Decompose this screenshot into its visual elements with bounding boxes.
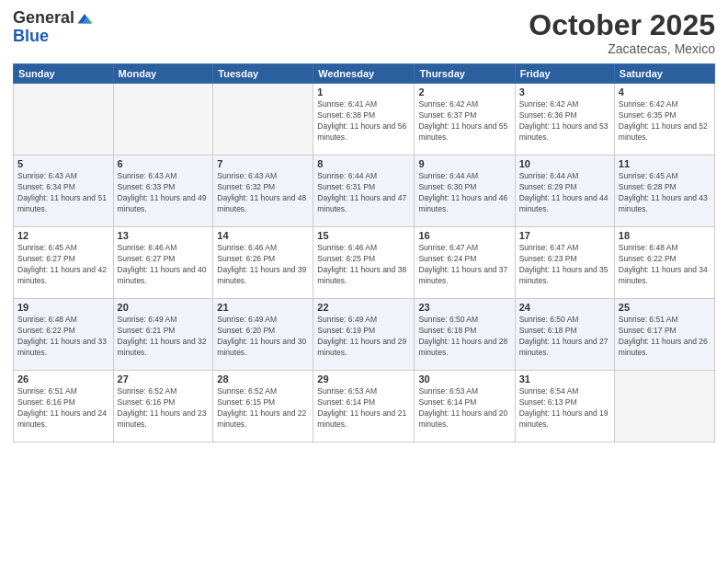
day-info: Sunrise: 6:45 AM Sunset: 6:28 PM Dayligh… [619, 171, 711, 215]
table-row: 13Sunrise: 6:46 AM Sunset: 6:27 PM Dayli… [113, 227, 213, 299]
day-info: Sunrise: 6:47 AM Sunset: 6:23 PM Dayligh… [519, 243, 610, 287]
table-row [113, 84, 213, 155]
table-row: 11Sunrise: 6:45 AM Sunset: 6:28 PM Dayli… [614, 155, 714, 227]
col-thursday: Thursday [415, 64, 515, 84]
table-row: 8Sunrise: 6:44 AM Sunset: 6:31 PM Daylig… [313, 155, 415, 227]
day-number: 11 [619, 158, 711, 169]
day-info: Sunrise: 6:41 AM Sunset: 6:38 PM Dayligh… [317, 99, 410, 144]
logo-general-text: General [13, 9, 74, 28]
calendar-week-row: 26Sunrise: 6:51 AM Sunset: 6:16 PM Dayli… [14, 371, 715, 442]
header: General Blue October 2025 Zacatecas, Mex… [13, 9, 715, 56]
table-row [14, 84, 114, 155]
table-row: 18Sunrise: 6:48 AM Sunset: 6:22 PM Dayli… [614, 227, 714, 299]
day-info: Sunrise: 6:42 AM Sunset: 6:35 PM Dayligh… [619, 99, 711, 144]
table-row [614, 371, 714, 442]
day-info: Sunrise: 6:44 AM Sunset: 6:30 PM Dayligh… [418, 171, 510, 215]
table-row: 22Sunrise: 6:49 AM Sunset: 6:19 PM Dayli… [313, 299, 415, 371]
table-row: 28Sunrise: 6:52 AM Sunset: 6:15 PM Dayli… [213, 371, 313, 442]
table-row: 9Sunrise: 6:44 AM Sunset: 6:30 PM Daylig… [415, 155, 515, 227]
day-info: Sunrise: 6:51 AM Sunset: 6:17 PM Dayligh… [619, 315, 711, 359]
table-row: 15Sunrise: 6:46 AM Sunset: 6:25 PM Dayli… [313, 227, 415, 299]
table-row: 14Sunrise: 6:46 AM Sunset: 6:26 PM Dayli… [213, 227, 313, 299]
day-number: 10 [519, 158, 610, 169]
table-row: 3Sunrise: 6:42 AM Sunset: 6:36 PM Daylig… [515, 84, 614, 155]
table-row: 17Sunrise: 6:47 AM Sunset: 6:23 PM Dayli… [515, 227, 614, 299]
day-info: Sunrise: 6:46 AM Sunset: 6:26 PM Dayligh… [217, 243, 309, 287]
table-row: 24Sunrise: 6:50 AM Sunset: 6:18 PM Dayli… [515, 299, 614, 371]
table-row [213, 84, 313, 155]
day-info: Sunrise: 6:51 AM Sunset: 6:16 PM Dayligh… [17, 386, 109, 431]
day-info: Sunrise: 6:46 AM Sunset: 6:27 PM Dayligh… [118, 243, 210, 287]
col-friday: Friday [515, 64, 614, 84]
day-info: Sunrise: 6:48 AM Sunset: 6:22 PM Dayligh… [619, 243, 711, 287]
day-number: 7 [217, 158, 309, 169]
day-number: 31 [519, 373, 610, 385]
col-monday: Monday [113, 64, 213, 84]
col-wednesday: Wednesday [313, 64, 415, 84]
page: General Blue October 2025 Zacatecas, Mex… [0, 0, 728, 563]
table-row: 12Sunrise: 6:45 AM Sunset: 6:27 PM Dayli… [14, 227, 114, 299]
table-row: 26Sunrise: 6:51 AM Sunset: 6:16 PM Dayli… [14, 371, 114, 442]
day-info: Sunrise: 6:48 AM Sunset: 6:22 PM Dayligh… [17, 315, 109, 359]
table-row: 16Sunrise: 6:47 AM Sunset: 6:24 PM Dayli… [415, 227, 515, 299]
calendar-week-row: 12Sunrise: 6:45 AM Sunset: 6:27 PM Dayli… [14, 227, 715, 299]
day-info: Sunrise: 6:53 AM Sunset: 6:14 PM Dayligh… [317, 386, 410, 431]
table-row: 23Sunrise: 6:50 AM Sunset: 6:18 PM Dayli… [415, 299, 515, 371]
day-number: 20 [118, 302, 210, 313]
day-number: 5 [17, 158, 109, 169]
day-number: 6 [118, 158, 210, 169]
day-number: 13 [118, 230, 210, 241]
day-info: Sunrise: 6:43 AM Sunset: 6:34 PM Dayligh… [17, 171, 109, 215]
table-row: 30Sunrise: 6:53 AM Sunset: 6:14 PM Dayli… [415, 371, 515, 442]
subtitle: Zacatecas, Mexico [529, 41, 715, 56]
day-number: 23 [418, 302, 510, 313]
day-info: Sunrise: 6:53 AM Sunset: 6:14 PM Dayligh… [418, 386, 510, 431]
day-info: Sunrise: 6:49 AM Sunset: 6:21 PM Dayligh… [118, 315, 210, 359]
day-info: Sunrise: 6:52 AM Sunset: 6:15 PM Dayligh… [217, 386, 309, 431]
day-number: 29 [317, 373, 410, 385]
day-number: 1 [317, 86, 410, 98]
table-row: 29Sunrise: 6:53 AM Sunset: 6:14 PM Dayli… [313, 371, 415, 442]
logo-blue-text: Blue [13, 28, 93, 46]
day-number: 3 [519, 86, 610, 98]
day-number: 2 [418, 86, 510, 98]
day-info: Sunrise: 6:43 AM Sunset: 6:33 PM Dayligh… [118, 171, 210, 215]
day-info: Sunrise: 6:49 AM Sunset: 6:19 PM Dayligh… [317, 315, 410, 359]
table-row: 20Sunrise: 6:49 AM Sunset: 6:21 PM Dayli… [113, 299, 213, 371]
title-section: October 2025 Zacatecas, Mexico [529, 9, 715, 56]
day-number: 21 [217, 302, 309, 313]
day-number: 8 [317, 158, 410, 169]
day-info: Sunrise: 6:50 AM Sunset: 6:18 PM Dayligh… [519, 315, 610, 359]
calendar-week-row: 5Sunrise: 6:43 AM Sunset: 6:34 PM Daylig… [14, 155, 715, 227]
day-number: 4 [619, 86, 711, 98]
day-number: 15 [317, 230, 410, 241]
day-info: Sunrise: 6:49 AM Sunset: 6:20 PM Dayligh… [217, 315, 309, 359]
day-number: 14 [217, 230, 309, 241]
table-row: 31Sunrise: 6:54 AM Sunset: 6:13 PM Dayli… [515, 371, 614, 442]
day-number: 9 [418, 158, 510, 169]
calendar-header-row: Sunday Monday Tuesday Wednesday Thursday… [14, 64, 715, 84]
day-info: Sunrise: 6:52 AM Sunset: 6:16 PM Dayligh… [118, 386, 210, 431]
table-row: 21Sunrise: 6:49 AM Sunset: 6:20 PM Dayli… [213, 299, 313, 371]
col-sunday: Sunday [14, 64, 114, 84]
table-row: 6Sunrise: 6:43 AM Sunset: 6:33 PM Daylig… [113, 155, 213, 227]
table-row: 25Sunrise: 6:51 AM Sunset: 6:17 PM Dayli… [614, 299, 714, 371]
day-info: Sunrise: 6:45 AM Sunset: 6:27 PM Dayligh… [17, 243, 109, 287]
table-row: 4Sunrise: 6:42 AM Sunset: 6:35 PM Daylig… [614, 84, 714, 155]
calendar-table: Sunday Monday Tuesday Wednesday Thursday… [13, 63, 715, 442]
day-info: Sunrise: 6:42 AM Sunset: 6:37 PM Dayligh… [418, 99, 510, 144]
day-number: 12 [17, 230, 109, 241]
day-number: 25 [619, 302, 711, 313]
day-number: 26 [17, 373, 109, 385]
day-number: 24 [519, 302, 610, 313]
table-row: 27Sunrise: 6:52 AM Sunset: 6:16 PM Dayli… [113, 371, 213, 442]
table-row: 1Sunrise: 6:41 AM Sunset: 6:38 PM Daylig… [313, 84, 415, 155]
table-row: 19Sunrise: 6:48 AM Sunset: 6:22 PM Dayli… [14, 299, 114, 371]
day-info: Sunrise: 6:46 AM Sunset: 6:25 PM Dayligh… [317, 243, 410, 287]
day-info: Sunrise: 6:47 AM Sunset: 6:24 PM Dayligh… [418, 243, 510, 287]
col-saturday: Saturday [614, 64, 714, 84]
col-tuesday: Tuesday [213, 64, 313, 84]
logo-icon [76, 11, 93, 28]
day-number: 18 [619, 230, 711, 241]
day-info: Sunrise: 6:44 AM Sunset: 6:31 PM Dayligh… [317, 171, 410, 215]
